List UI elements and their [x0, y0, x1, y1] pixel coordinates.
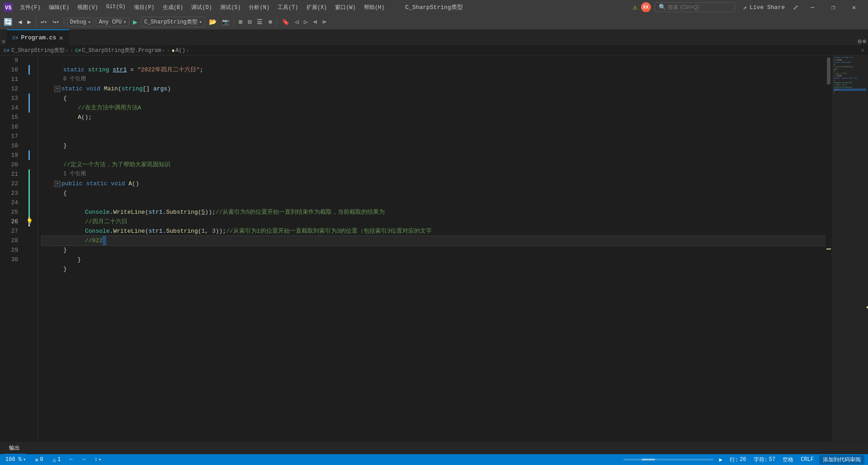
- tab-close-button[interactable]: ✕: [59, 33, 63, 42]
- gutter-29: [25, 245, 33, 255]
- toolbar-btn-11[interactable]: ⊳: [321, 17, 328, 27]
- project-dropdown[interactable]: C_SharpString类型 ▾: [141, 17, 205, 27]
- breadcrumb-expand-icon[interactable]: ⊕: [861, 47, 864, 54]
- menu-file[interactable]: 文件(F): [16, 2, 44, 13]
- status-warnings[interactable]: ⚠ 1: [51, 456, 63, 464]
- char-label: 字符:: [754, 456, 768, 464]
- gutter-14: [25, 103, 33, 113]
- menu-build[interactable]: 生成(B): [159, 2, 187, 13]
- code-line-26: //022: [42, 236, 826, 245]
- menu-edit[interactable]: 编辑(E): [45, 2, 73, 13]
- output-tab[interactable]: 输出: [4, 442, 25, 454]
- status-encoding[interactable]: CRLF: [799, 456, 816, 463]
- search-box[interactable]: 🔍: [655, 2, 735, 12]
- minimap[interactable]: static string str1 0 个引用 static void Mai…: [832, 56, 868, 442]
- toolbar-btn-4[interactable]: ⊞: [237, 17, 244, 27]
- menu-view[interactable]: 视图(V): [74, 2, 102, 13]
- breadcrumb-namespace[interactable]: C_SharpString类型 ▾: [11, 47, 68, 54]
- menu-window[interactable]: 窗口(W): [331, 2, 359, 13]
- search-input[interactable]: [668, 4, 731, 10]
- minimize-button[interactable]: —: [802, 0, 823, 14]
- tab-scroll-left[interactable]: ≡: [2, 39, 5, 45]
- toolbar-open-file[interactable]: 📂: [207, 17, 218, 27]
- menu-bar: 文件(F) 编辑(E) 视图(V) Git(G) 项目(P) 生成(B) 调试(…: [16, 2, 629, 13]
- line-16: 16: [0, 122, 22, 132]
- nav-dropdown[interactable]: ↕ ▾: [93, 456, 103, 463]
- menu-test[interactable]: 测试(S): [217, 2, 245, 13]
- status-line[interactable]: 行: 26: [728, 456, 748, 464]
- toolbar-btn-10[interactable]: ⊲: [311, 17, 319, 27]
- status-char[interactable]: 字符: 57: [752, 456, 778, 464]
- toolbar-bookmark[interactable]: 🔖: [280, 17, 291, 27]
- collapse-20[interactable]: −: [54, 181, 61, 187]
- live-share-button[interactable]: ↗ Live Share: [739, 2, 789, 13]
- toolbar-redo-group[interactable]: ↪▾: [51, 17, 61, 27]
- menu-help[interactable]: 帮助(H): [360, 2, 388, 13]
- line-numbers: 9 10 11 12 13 14 15 16 17 18 19 20 21 22…: [0, 56, 25, 442]
- start-debug-button[interactable]: ▶: [131, 17, 139, 28]
- menu-git[interactable]: Git(G): [103, 2, 129, 13]
- restore-button[interactable]: ❐: [823, 0, 844, 14]
- tab-program-cs[interactable]: C# Program.cs ✕: [7, 29, 69, 45]
- toolbar-btn-7[interactable]: ⊕: [266, 17, 274, 27]
- debug-config-dropdown[interactable]: Debug ▾: [67, 18, 94, 27]
- status-navigate-right[interactable]: ▶: [717, 456, 724, 463]
- status-add-review[interactable]: 添加到代码审阅: [819, 455, 864, 465]
- close-button[interactable]: ✕: [844, 0, 864, 14]
- status-zoom[interactable]: 166 % ▾: [4, 456, 28, 463]
- tab-action-expand[interactable]: ⊕: [863, 38, 866, 45]
- tab-action-settings[interactable]: ⚙: [858, 38, 861, 45]
- cpu-config-arrow: ▾: [123, 19, 126, 25]
- line-num-status: 26: [740, 456, 746, 463]
- toolbar-btn-6[interactable]: ☰: [255, 17, 264, 27]
- line-21: 21: [0, 169, 22, 179]
- line-26: 26: [0, 217, 22, 226]
- toolbar-btn-5[interactable]: ⊟: [246, 17, 253, 27]
- nav-arrow-icon: ↕: [94, 456, 98, 463]
- toolbar-screenshot[interactable]: 📷: [220, 18, 231, 27]
- collapse-11[interactable]: −: [54, 86, 61, 92]
- nav-forward[interactable]: →: [80, 456, 87, 463]
- toolbar-sep-1: [36, 18, 36, 27]
- menu-extensions[interactable]: 扩展(X): [303, 2, 331, 13]
- cpu-config-label: Any CPU: [99, 19, 122, 25]
- gutter-18: [25, 141, 33, 150]
- breadcrumb-method[interactable]: ◆ A() ▾: [172, 47, 189, 54]
- toolbar-undo-group[interactable]: ↩▾: [39, 17, 49, 27]
- menu-project[interactable]: 项目(P): [130, 2, 158, 13]
- debug-config-arrow: ▾: [88, 19, 91, 25]
- menu-tools[interactable]: 工具(T): [274, 2, 302, 13]
- toolbar-back[interactable]: ◀: [16, 17, 24, 27]
- status-spaces[interactable]: 空格: [781, 456, 795, 464]
- toolbar-btn-8[interactable]: ◁: [293, 17, 300, 27]
- expand-icon[interactable]: ⤢: [793, 4, 798, 11]
- status-errors[interactable]: ✕ 0: [33, 456, 45, 464]
- line-23: 23: [0, 188, 22, 198]
- gutter-30: [25, 255, 33, 264]
- code-line-19: //定义一个方法，为了帮助大家巩固知识: [42, 160, 826, 169]
- scrollbar-vertical[interactable]: [826, 56, 832, 442]
- gutter-12: [25, 84, 33, 94]
- code-editor[interactable]: static string str1 = "2022年四月二十六日"; 0 个引…: [38, 56, 826, 442]
- nav-back[interactable]: ←: [68, 456, 75, 463]
- horizontal-scrollbar[interactable]: [642, 459, 655, 460]
- add-review-label: 添加到代码审阅: [823, 456, 861, 464]
- gutter-17: [25, 132, 33, 141]
- scroll-thumb[interactable]: [827, 57, 830, 85]
- toolbar-forward[interactable]: ▶: [25, 17, 33, 27]
- code-line-9: [42, 56, 826, 65]
- breadcrumb-class-arrow: ▾: [162, 48, 165, 53]
- line-14: 14: [0, 103, 22, 113]
- menu-analyze[interactable]: 分析(N): [245, 2, 273, 13]
- toolbar-btn-9[interactable]: ▷: [302, 17, 309, 27]
- user-avatar[interactable]: XX: [641, 2, 651, 12]
- menu-debug[interactable]: 调试(D): [188, 2, 216, 13]
- code-ref-hint-0: 0 个引用: [42, 75, 826, 84]
- cpu-config-dropdown[interactable]: Any CPU ▾: [96, 18, 129, 27]
- breadcrumb-icon: C#: [4, 48, 9, 53]
- toolbar-new[interactable]: 🔄: [2, 17, 14, 28]
- breadcrumb-class[interactable]: C# C_SharpString类型.Program ▾: [75, 47, 165, 54]
- error-count: 0: [40, 456, 43, 463]
- line-12: 12: [0, 84, 22, 94]
- editor-container: 9 10 11 12 13 14 15 16 17 18 19 20 21 22…: [0, 56, 868, 442]
